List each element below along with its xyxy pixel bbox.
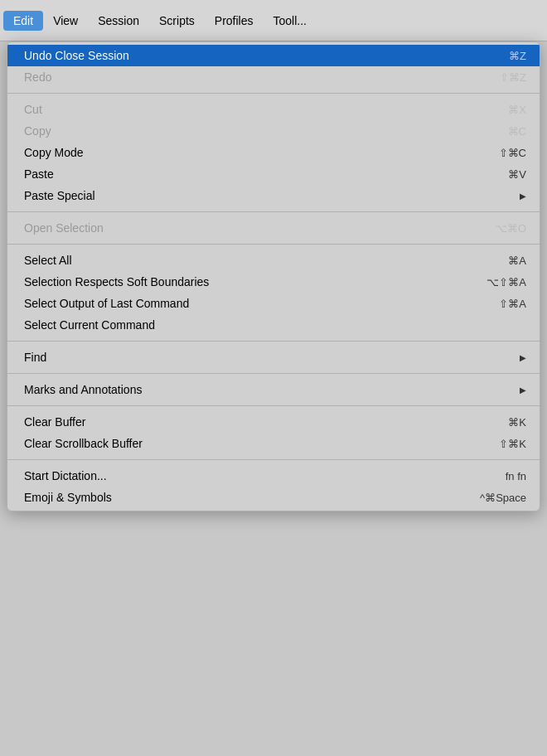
start-dictation-shortcut: fn fn — [506, 470, 526, 482]
menu-start-dictation[interactable]: Start Dictation... fn fn — [7, 465, 540, 487]
menu-find[interactable]: Find ▶ — [7, 346, 540, 368]
copy-mode-label: Copy Mode — [24, 146, 84, 159]
clear-scrollback-buffer-shortcut: ⇧⌘K — [499, 438, 526, 450]
paste-label: Paste — [24, 167, 54, 181]
menu-copy-mode[interactable]: Copy Mode ⇧⌘C — [7, 142, 540, 163]
menu-paste-special[interactable]: Paste Special ▶ — [7, 185, 540, 206]
menu-clear-scrollback-buffer[interactable]: Clear Scrollback Buffer ⇧⌘K — [7, 433, 540, 454]
selection-soft-boundaries-label: Selection Respects Soft Boundaries — [24, 275, 209, 288]
marks-annotations-label: Marks and Annotations — [24, 383, 142, 396]
menu-scripts[interactable]: Scripts — [149, 11, 205, 31]
select-current-command-label: Select Current Command — [24, 318, 155, 332]
select-all-shortcut: ⌘A — [508, 254, 526, 267]
menu-clear-buffer[interactable]: Clear Buffer ⌘K — [7, 411, 540, 433]
open-selection-shortcut: ⌥⌘O — [495, 222, 526, 235]
menu-select-all[interactable]: Select All ⌘A — [7, 250, 540, 271]
separator-7 — [7, 459, 540, 460]
menu-emoji-symbols[interactable]: Emoji & Symbols ^⌘Space — [7, 487, 540, 508]
menu-select-output-last-command[interactable]: Select Output of Last Command ⇧⌘A — [7, 293, 540, 314]
separator-4 — [7, 341, 540, 342]
separator-1 — [7, 93, 540, 94]
separator-3 — [7, 244, 540, 245]
select-all-label: Select All — [24, 254, 72, 267]
clear-buffer-label: Clear Buffer — [24, 415, 85, 429]
copy-shortcut: ⌘C — [508, 125, 526, 138]
separator-5 — [7, 373, 540, 374]
paste-special-label: Paste Special — [24, 189, 95, 202]
cut-shortcut: ⌘X — [508, 104, 526, 116]
cut-label: Cut — [24, 103, 42, 116]
clear-scrollback-buffer-label: Clear Scrollback Buffer — [24, 437, 143, 450]
separator-6 — [7, 405, 540, 406]
select-output-last-command-label: Select Output of Last Command — [24, 297, 189, 310]
menu-redo: Redo ⇧⌘Z — [7, 66, 540, 88]
select-output-last-command-shortcut: ⇧⌘A — [499, 298, 526, 310]
menu-profiles[interactable]: Profiles — [205, 11, 264, 31]
paste-shortcut: ⌘V — [508, 168, 526, 181]
menu-toolbelt[interactable]: Tooll... — [264, 11, 317, 31]
separator-2 — [7, 211, 540, 212]
selection-soft-boundaries-shortcut: ⌥⇧⌘A — [486, 276, 526, 288]
menu-view[interactable]: View — [43, 11, 88, 31]
undo-close-session-label: Undo Close Session — [24, 49, 129, 62]
undo-close-session-shortcut: ⌘Z — [509, 50, 526, 62]
emoji-symbols-label: Emoji & Symbols — [24, 491, 112, 504]
start-dictation-label: Start Dictation... — [24, 469, 107, 482]
edit-dropdown-menu: Undo Close Session ⌘Z Redo ⇧⌘Z Cut ⌘X Co… — [7, 41, 540, 511]
marks-annotations-arrow: ▶ — [520, 385, 526, 395]
find-arrow: ▶ — [520, 353, 526, 362]
copy-label: Copy — [24, 124, 51, 138]
emoji-symbols-shortcut: ^⌘Space — [480, 492, 526, 504]
redo-label: Redo — [24, 70, 51, 84]
menu-undo-close-session[interactable]: Undo Close Session ⌘Z — [7, 45, 540, 66]
menu-marks-and-annotations[interactable]: Marks and Annotations ▶ — [7, 379, 540, 400]
menubar: Edit View Session Scripts Profiles Tooll… — [0, 0, 547, 41]
menu-copy: Copy ⌘C — [7, 120, 540, 142]
menu-edit[interactable]: Edit — [3, 11, 43, 31]
clear-buffer-shortcut: ⌘K — [508, 416, 526, 429]
menu-open-selection: Open Selection ⌥⌘O — [7, 217, 540, 239]
open-selection-label: Open Selection — [24, 221, 104, 235]
copy-mode-shortcut: ⇧⌘C — [499, 147, 526, 159]
paste-special-arrow: ▶ — [520, 191, 526, 201]
menu-select-current-command[interactable]: Select Current Command — [7, 314, 540, 336]
menu-selection-respects-soft-boundaries[interactable]: Selection Respects Soft Boundaries ⌥⇧⌘A — [7, 271, 540, 293]
menu-session[interactable]: Session — [88, 11, 149, 31]
menu-cut: Cut ⌘X — [7, 99, 540, 120]
redo-shortcut: ⇧⌘Z — [500, 71, 526, 84]
menu-paste[interactable]: Paste ⌘V — [7, 163, 540, 185]
find-label: Find — [24, 351, 46, 364]
